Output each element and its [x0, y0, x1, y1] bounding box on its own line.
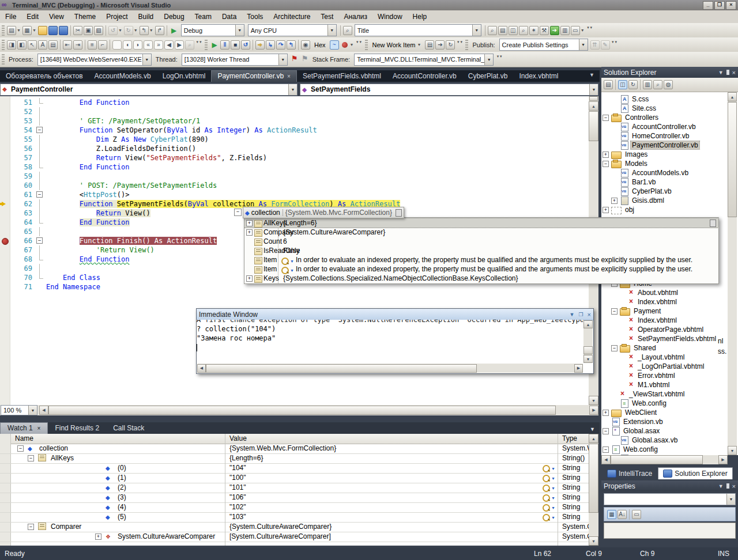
undo-icon[interactable]: ↺▼: [108, 24, 123, 36]
publish-now-icon[interactable]: ⇈: [590, 39, 600, 51]
expander-icon[interactable]: +: [603, 152, 609, 158]
magnifier-icon[interactable]: ▼: [543, 504, 555, 512]
code-line[interactable]: 58 End Function: [0, 162, 589, 172]
menu-help[interactable]: Help: [408, 12, 432, 22]
tab-list-chevron-icon[interactable]: ▼: [585, 425, 600, 434]
view-class-diagram-icon[interactable]: ⌕: [653, 79, 663, 91]
close-icon[interactable]: ×: [732, 483, 736, 490]
cut-icon[interactable]: ✂: [73, 24, 83, 36]
members-dropdown[interactable]: ◆ SetPaymentFields ▼: [300, 84, 598, 96]
publish-combo[interactable]: Create Publish Settings▼: [499, 39, 588, 51]
add-item-icon[interactable]: ▦▼: [22, 24, 37, 36]
tab-watch-1[interactable]: Watch 1×: [0, 422, 48, 434]
fold-collapse-icon[interactable]: −: [36, 127, 43, 133]
property-pages-icon[interactable]: ▭: [631, 508, 642, 520]
dock-tab-solution-explorer[interactable]: Solution Explorer: [658, 467, 732, 479]
zoom-dropdown[interactable]: 100 % ▼: [1, 405, 37, 415]
edit-publish-icon[interactable]: ✎: [600, 39, 611, 51]
tree-item-web-config[interactable]: −Web.config: [601, 445, 725, 454]
code-line[interactable]: 54− Function SetOperator(ByVal id As Int…: [0, 126, 589, 135]
types-dropdown[interactable]: ❖ PaymentController ▼: [0, 84, 298, 96]
scroll-right-icon[interactable]: ▶: [589, 406, 598, 415]
tree-item-cyberplat-vb[interactable]: CyberPlat.vb: [601, 187, 734, 196]
tree-item-site-css[interactable]: Site.css: [601, 104, 734, 113]
save-all-icon[interactable]: [58, 24, 69, 36]
redo-icon[interactable]: ↻▼: [123, 24, 139, 36]
immediate-content[interactable]: A first chance exception of type 'System…: [197, 320, 583, 362]
paste-icon[interactable]: ▧: [93, 24, 104, 36]
toolbar-overflow-icon[interactable]: ▾ ▾: [196, 40, 202, 50]
flag-red-icon[interactable]: ⚑: [289, 54, 300, 66]
tab--[interactable]: Обозреватель объектов: [0, 71, 89, 82]
expander-icon[interactable]: −: [603, 161, 609, 167]
thread-marker-icon[interactable]: ~: [329, 39, 340, 51]
find-symbol-icon[interactable]: ⌕: [487, 24, 498, 36]
pin-icon[interactable]: [710, 220, 716, 227]
tree-item-error-vbhtml[interactable]: Error.vbhtml: [601, 371, 738, 380]
code-line[interactable]: 59: [0, 172, 589, 181]
stop-icon[interactable]: ■: [230, 39, 240, 51]
scroll-thumb[interactable]: [589, 111, 598, 141]
start-debugging-icon[interactable]: ▶: [169, 24, 179, 36]
watch-row[interactable]: −AllKeys{Length=6}String(): [0, 453, 589, 464]
dock-tab-intellitrace[interactable]: IntelliTrace: [603, 468, 657, 479]
datatip-header[interactable]: ◆ collection {System.Web.Mvc.FormCollect…: [243, 207, 404, 218]
toolbar-overflow-icon[interactable]: ▾ ▾: [496, 54, 502, 65]
breakpoint-icon[interactable]: [2, 238, 9, 245]
breakpoints-window-icon[interactable]: ◉: [300, 39, 311, 51]
expander-icon[interactable]: −: [603, 428, 609, 434]
restart-icon[interactable]: ↺: [240, 39, 251, 51]
tree-item-index-vbhtml[interactable]: Index.vbhtml: [601, 316, 738, 325]
expander-icon[interactable]: −: [28, 455, 34, 461]
new-search-icon[interactable]: ✶: [529, 24, 539, 36]
view-designer-icon[interactable]: ◨: [6, 39, 17, 51]
minimize-button[interactable]: _: [703, 1, 713, 10]
watch-row[interactable]: −◆collection{System.Web.Mvc.FormCollecti…: [0, 444, 589, 454]
close-icon[interactable]: ×: [732, 69, 736, 76]
navigate-forward-icon[interactable]: ↱: [155, 24, 165, 36]
expander-icon[interactable]: +: [603, 207, 609, 213]
toolbar-overflow-icon[interactable]: ▾ ▾: [587, 25, 593, 36]
menu-анализ[interactable]: Анализ: [338, 12, 372, 22]
format-font-icon[interactable]: A: [37, 39, 48, 51]
code-line[interactable]: 56 Z.LoadFieldsDefinition(): [0, 144, 589, 153]
scroll-thumb[interactable]: [206, 364, 477, 373]
column-header-type[interactable]: Type: [560, 434, 577, 443]
tree-item-shared[interactable]: −Shared: [601, 343, 734, 353]
datatip-row[interactable]: Count6: [244, 237, 718, 246]
tree-item-webclient[interactable]: +WebClient: [601, 408, 725, 417]
watch-row[interactable]: ◆(1)"100"▼String: [0, 473, 589, 483]
tree-item-obj[interactable]: +obj: [601, 205, 725, 214]
show-next-statement-icon[interactable]: ➾: [255, 39, 265, 51]
tree-item-web-config[interactable]: Web.config: [601, 399, 734, 408]
menu-debug[interactable]: Debug: [159, 12, 189, 22]
tree-item-m1-vbhtml[interactable]: M1.vbhtml: [601, 380, 738, 389]
comment-icon[interactable]: ≡: [87, 39, 97, 51]
scroll-down-icon[interactable]: ▼: [589, 536, 598, 546]
bubble-next-icon[interactable]: ◗: [133, 39, 143, 51]
scroll-up-icon[interactable]: ▲: [589, 101, 598, 111]
tab-logon-vbhtml[interactable]: LogOn.vbhtml: [157, 71, 212, 82]
toolbar-grip[interactable]: [365, 40, 368, 50]
bubble-prev-icon[interactable]: ◖: [122, 39, 133, 51]
window-menu-icon[interactable]: ▼: [718, 483, 724, 489]
scroll-thumb[interactable]: [583, 346, 593, 354]
datatip-row[interactable]: +AllKeys{Length=6}: [244, 218, 718, 228]
toolbar-grip[interactable]: [205, 40, 208, 50]
scroll-down-icon[interactable]: ▼: [583, 355, 593, 363]
column-header-name[interactable]: Name: [13, 434, 33, 443]
tab-list-chevron-icon[interactable]: ▼: [589, 72, 594, 78]
tab-paymentcontroller-vb[interactable]: PaymentController.vb×: [211, 70, 297, 82]
code-line[interactable]: 52: [0, 107, 589, 116]
process-combo[interactable]: [13648] WebDev.WebServer40.EXE▼: [37, 54, 152, 66]
immediate-horizontal-scrollbar[interactable]: ◀ ▶: [197, 364, 583, 373]
magnifier-icon[interactable]: ▼: [543, 513, 555, 521]
pin-to-source-icon[interactable]: [396, 209, 402, 217]
find-combo[interactable]: Title▼: [355, 24, 481, 36]
resource-view-icon[interactable]: ▥: [560, 24, 570, 36]
code-line[interactable]: 60 ' POST: /Payment/SetPaymentFields: [0, 181, 589, 190]
window-menu-icon[interactable]: ▼: [570, 312, 575, 317]
watch-row[interactable]: ◆(5)"103"▼String: [0, 512, 589, 523]
window-menu-icon[interactable]: ▼: [718, 70, 724, 75]
pause-icon[interactable]: ‖: [220, 39, 230, 51]
